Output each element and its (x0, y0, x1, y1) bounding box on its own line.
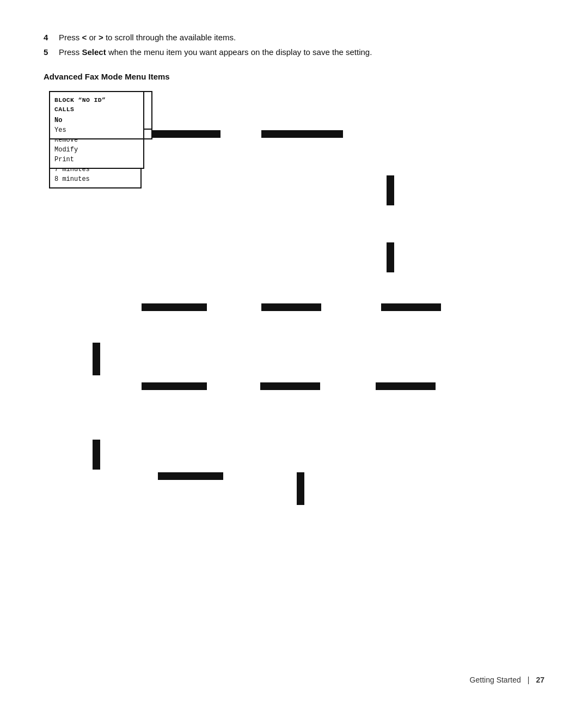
redial-interval-8: 8 minutes (54, 175, 90, 183)
edit-blocked-fax-print: Print (54, 156, 74, 163)
intro-item-4: 4 Press < or > to scroll through the ava… (44, 33, 544, 42)
svg-rect-12 (158, 472, 223, 480)
block-no-id-no: No (54, 117, 62, 124)
edit-blocked-fax-modify: Modify (54, 146, 78, 154)
block-no-id-title: BLOCK “NO ID”CALLS (54, 95, 139, 114)
svg-rect-3 (387, 242, 394, 272)
item4-num: 4 (44, 33, 59, 42)
svg-rect-2 (387, 175, 394, 205)
intro-list: 4 Press < or > to scroll through the ava… (44, 33, 544, 57)
footer-page: 27 (536, 675, 544, 684)
svg-rect-11 (93, 440, 100, 470)
intro-item-5: 5 Press Select when the menu item you wa… (44, 47, 544, 57)
svg-rect-8 (142, 382, 207, 390)
svg-rect-4 (142, 303, 207, 311)
footer-text: Getting Started (470, 675, 521, 684)
item5-num: 5 (44, 47, 59, 57)
svg-rect-9 (260, 382, 320, 390)
footer-separator: | (528, 675, 530, 684)
svg-rect-7 (93, 343, 100, 375)
svg-rect-6 (381, 303, 441, 311)
item5-text: Press Select when the menu item you want… (59, 47, 372, 57)
svg-rect-5 (261, 303, 321, 311)
section-heading: Advanced Fax Mode Menu Items (44, 72, 544, 81)
svg-rect-10 (376, 382, 436, 390)
item4-text: Press < or > to scroll through the avail… (59, 33, 236, 42)
block-no-id-box: BLOCK “NO ID”CALLS No Yes (49, 91, 144, 139)
block-no-id-yes: Yes (54, 126, 66, 134)
diagram: REDIAL ATTEMPTS 0 times 1 time 2 times 3… (49, 91, 539, 543)
page-footer: Getting Started | 27 (470, 675, 544, 684)
svg-rect-1 (261, 130, 343, 138)
svg-rect-13 (297, 472, 304, 505)
